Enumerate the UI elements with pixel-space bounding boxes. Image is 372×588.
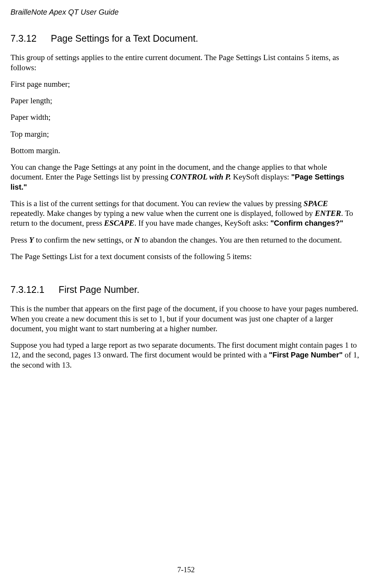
key-enter: ENTER — [315, 209, 341, 218]
text-run: repeatedly. Make changes by typing a new… — [10, 209, 315, 218]
section-heading-7-3-12: 7.3.12Page Settings for a Text Document. — [10, 33, 362, 44]
text-run: to abandon the changes. You are then ret… — [140, 235, 342, 244]
list-item-2: Paper length; — [10, 96, 362, 106]
paragraph-change-settings: You can change the Page Settings at any … — [10, 162, 362, 192]
section-number: 7.3.12 — [10, 33, 37, 44]
section-heading-7-3-12-1: 7.3.12.1First Page Number. — [10, 284, 362, 296]
section-title: Page Settings for a Text Document. — [51, 33, 198, 44]
text-run: . If you have made changes, KeySoft asks… — [134, 219, 270, 228]
paragraph-first-page-2: Suppose you had typed a large report as … — [10, 340, 362, 370]
key-y: Y — [29, 235, 34, 244]
quote-confirm: "Confirm changes?" — [270, 219, 344, 227]
subsection-number: 7.3.12.1 — [10, 284, 44, 296]
key-escape: ESCAPE — [104, 219, 135, 228]
subsection-title: First Page Number. — [58, 284, 139, 295]
paragraph-review: This is a list of the current settings f… — [10, 199, 362, 228]
list-item-3: Paper width; — [10, 112, 362, 122]
list-item-5: Bottom margin. — [10, 146, 362, 155]
paragraph-list5: The Page Settings List for a text docume… — [10, 252, 362, 261]
quote-first-page-number: "First Page Number" — [269, 351, 343, 359]
paragraph-intro: This group of settings applies to the en… — [10, 53, 362, 72]
text-run: Press — [10, 235, 29, 244]
page-header: BrailleNote Apex QT User Guide — [10, 8, 362, 17]
key-n: N — [134, 235, 140, 244]
paragraph-first-page-1: This is the number that appears on the f… — [10, 304, 362, 333]
text-run: KeySoft displays: — [231, 172, 291, 181]
key-control-p: CONTROL with P. — [170, 172, 231, 181]
paragraph-confirm: Press Y to confirm the new settings, or … — [10, 235, 362, 245]
text-run: to confirm the new settings, or — [34, 235, 134, 244]
text-run: This is a list of the current settings f… — [10, 199, 304, 208]
list-item-1: First page number; — [10, 79, 362, 89]
list-item-4: Top margin; — [10, 129, 362, 139]
page-number-footer: 7-152 — [0, 565, 372, 574]
key-space: SPACE — [304, 199, 328, 208]
